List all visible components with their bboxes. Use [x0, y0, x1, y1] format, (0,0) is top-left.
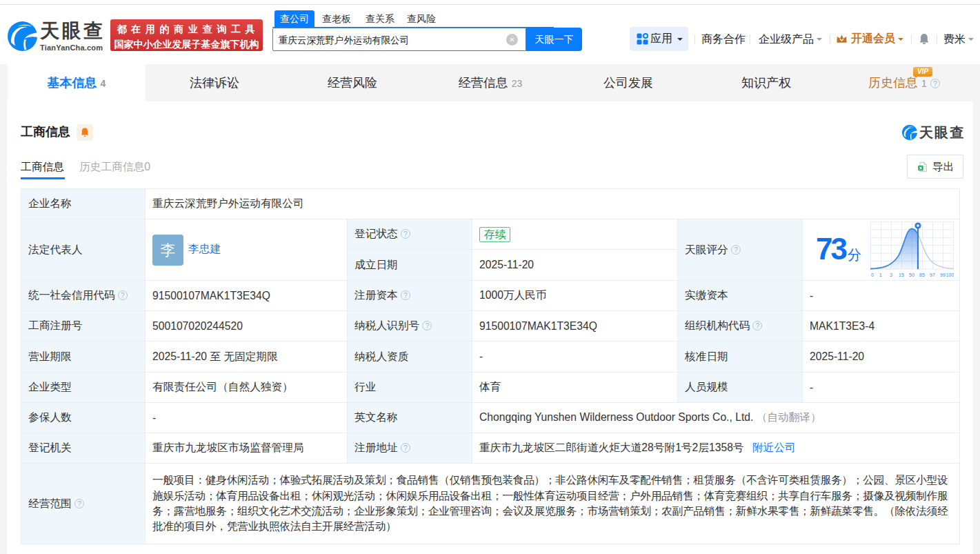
svg-text:100: 100	[946, 273, 954, 277]
svg-text:0: 0	[871, 273, 874, 277]
svg-text:99: 99	[940, 273, 946, 277]
svg-text:97: 97	[930, 273, 935, 277]
svg-text:50: 50	[909, 273, 914, 277]
svg-text:85: 85	[919, 273, 925, 277]
svg-text:3: 3	[890, 273, 892, 277]
svg-text:1: 1	[879, 273, 882, 277]
svg-text:15: 15	[899, 273, 904, 277]
